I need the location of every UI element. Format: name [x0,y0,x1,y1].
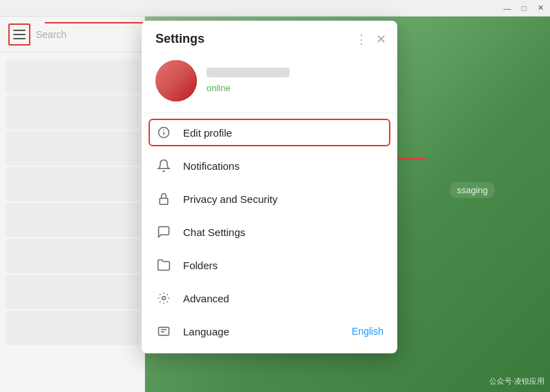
profile-info: online [207,68,383,94]
profile-name-blurred [207,68,290,77]
messaging-label: ssaging [450,182,495,198]
menu-item-notifications[interactable]: Notifications [142,149,397,182]
chat-list [0,52,144,352]
avatar-image [155,60,197,101]
minimize-button[interactable]: — [502,3,513,14]
lock-icon [155,190,172,207]
chat-list-item [6,239,139,273]
chat-list-item [6,131,139,166]
chat-list-item [6,275,139,309]
watermark: 公众号·凌锐应用 [489,376,544,386]
menu-label-language: Language [183,326,341,337]
advanced-icon [155,290,172,306]
modal-title: Settings [155,32,205,46]
menu-item-privacy-security[interactable]: Privacy and Security [142,182,397,215]
chat-list-item [6,203,139,237]
chat-list-item [6,311,139,345]
svg-point-4 [164,130,164,130]
chat-list-item [6,59,139,94]
bell-icon [155,157,172,174]
svg-rect-7 [159,327,169,335]
profile-status: online [207,83,231,93]
hamburger-line-1 [13,30,26,31]
window-close-button[interactable]: ✕ [535,3,546,14]
menu-label-privacy: Privacy and Security [183,193,383,205]
menu-item-language[interactable]: Language English [142,315,397,348]
menu-label-notifications: Notifications [183,160,383,172]
settings-modal: Settings ⋮ ✕ online Edit prof [142,21,397,353]
menu-label-folders: Folders [183,259,383,271]
chat-icon [155,224,172,240]
chat-list-item [6,95,139,130]
folder-icon [155,257,172,273]
menu-item-chat-settings[interactable]: Chat Settings [142,215,397,248]
menu-item-advanced[interactable]: Advanced [142,282,397,315]
menu-list: Edit profile Notifications Privacy and S… [142,113,397,353]
title-bar: — □ ✕ [0,0,550,17]
hamburger-button[interactable] [8,23,30,46]
menu-label-advanced: Advanced [183,293,383,304]
profile-section: online [142,52,397,113]
maximize-button[interactable]: □ [518,3,529,14]
modal-header: Settings ⋮ ✕ [142,21,397,52]
hamburger-line-3 [13,38,26,39]
hamburger-line-2 [13,34,26,35]
modal-more-button[interactable]: ⋮ [355,33,368,46]
menu-item-edit-profile[interactable]: Edit profile [142,116,397,149]
menu-item-folders[interactable]: Folders [142,248,397,282]
menu-label-chat: Chat Settings [183,226,383,238]
svg-point-6 [162,297,166,300]
info-circle-icon [155,124,172,141]
avatar [155,60,197,101]
language-value: English [352,326,383,337]
language-icon [155,323,172,340]
menu-label-edit-profile: Edit profile [183,127,383,139]
svg-rect-5 [160,198,168,204]
modal-header-actions: ⋮ ✕ [355,33,386,46]
modal-close-button[interactable]: ✕ [376,33,386,46]
chat-list-item [6,167,139,202]
sidebar-background: Search [0,17,145,392]
